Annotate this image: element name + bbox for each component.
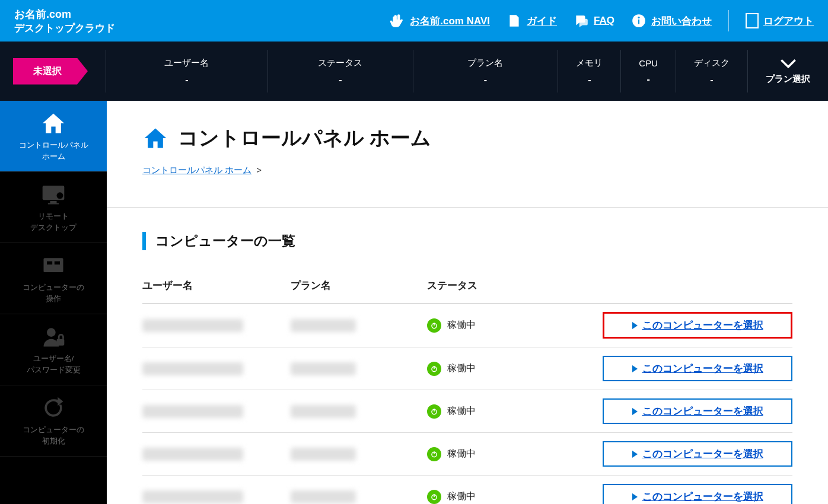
logo[interactable]: お名前.com デスクトップクラウド bbox=[14, 7, 115, 35]
logout-label: ログアウト bbox=[763, 14, 814, 28]
status-label: ユーザー名 bbox=[164, 58, 209, 69]
status-label: プラン名 bbox=[467, 58, 503, 69]
status-label: メモリ bbox=[576, 58, 603, 69]
svg-rect-7 bbox=[44, 258, 63, 272]
home-icon bbox=[142, 125, 168, 151]
sidebar-item-home[interactable]: コントロールパネル ホーム bbox=[0, 101, 107, 172]
info-icon bbox=[631, 13, 647, 28]
status-label: CPU bbox=[639, 58, 658, 68]
header-nav: お名前.com NAVI ガイド FAQ お問い合わせ ログアウト bbox=[390, 10, 814, 31]
cell-status: 稼働中 bbox=[427, 404, 575, 419]
header-bar: お名前.com デスクトップクラウド お名前.com NAVI ガイド FAQ … bbox=[0, 0, 828, 42]
triangle-right-icon bbox=[632, 322, 638, 329]
redacted-text bbox=[142, 319, 243, 332]
status-label: ディスク bbox=[694, 58, 730, 69]
table-row: 稼働中 このコンピューターを選択 bbox=[142, 347, 792, 390]
status-badge-wrap: 未選択 bbox=[0, 42, 106, 101]
redacted-text bbox=[142, 405, 243, 418]
status-cell-username: ユーザー名 - bbox=[106, 42, 267, 101]
selection-badge: 未選択 bbox=[13, 58, 88, 85]
user-lock-icon bbox=[40, 324, 66, 350]
computers-section: コンピューターの一覧 ユーザー名 プラン名 ステータス 稼働中 このコンピュータ… bbox=[107, 207, 828, 504]
col-header-action bbox=[575, 279, 792, 292]
power-on-icon bbox=[427, 490, 441, 504]
power-on-icon bbox=[427, 404, 441, 419]
nav-guide[interactable]: ガイド bbox=[507, 13, 557, 28]
status-cell-cpu: CPU - bbox=[621, 42, 676, 101]
table-header: ユーザー名 プラン名 ステータス bbox=[142, 272, 792, 304]
status-value: - bbox=[710, 75, 713, 85]
cell-action: このコンピューターを選択 bbox=[575, 356, 792, 381]
redacted-text bbox=[142, 448, 243, 461]
power-on-icon bbox=[427, 318, 441, 333]
svg-rect-8 bbox=[47, 261, 52, 265]
redacted-text bbox=[291, 490, 356, 503]
cell-user bbox=[142, 405, 291, 418]
redacted-text bbox=[291, 448, 356, 461]
plan-select-label: プラン選択 bbox=[766, 74, 810, 85]
status-text: 稼働中 bbox=[447, 448, 476, 460]
svg-rect-5 bbox=[48, 203, 59, 205]
status-cell-plan: プラン名 - bbox=[413, 42, 558, 101]
document-icon bbox=[507, 13, 522, 28]
sidebar-item-label: ユーザー名/ パスワード変更 bbox=[27, 353, 81, 375]
table-row: 稼働中 このコンピューターを選択 bbox=[142, 476, 792, 504]
hand-icon bbox=[390, 13, 405, 28]
redacted-text bbox=[291, 362, 356, 375]
cell-status: 稼働中 bbox=[427, 490, 575, 504]
nav-label: お名前.com NAVI bbox=[410, 14, 490, 28]
col-header-plan: プラン名 bbox=[291, 279, 427, 292]
breadcrumb-sep: > bbox=[256, 165, 262, 175]
select-computer-button[interactable]: このコンピューターを選択 bbox=[603, 356, 792, 381]
select-computer-button[interactable]: このコンピューターを選択 bbox=[603, 312, 792, 339]
status-cell-memory: メモリ - bbox=[558, 42, 620, 101]
sidebar-item-initialize[interactable]: コンピューターの 初期化 bbox=[0, 385, 107, 457]
triangle-right-icon bbox=[632, 451, 638, 458]
status-cell-status: ステータス - bbox=[268, 42, 413, 101]
cell-status: 稼働中 bbox=[427, 318, 575, 333]
section-title: コンピューターの一覧 bbox=[142, 232, 792, 250]
select-computer-button[interactable]: このコンピューターを選択 bbox=[603, 441, 792, 467]
sidebar-item-user-password[interactable]: ユーザー名/ パスワード変更 bbox=[0, 314, 107, 385]
svg-rect-4 bbox=[50, 201, 57, 203]
sidebar-item-remote-desktop[interactable]: リモート デスクトップ bbox=[0, 172, 107, 243]
svg-point-2 bbox=[638, 17, 639, 18]
nav-contact[interactable]: お問い合わせ bbox=[631, 13, 712, 28]
cell-action: このコンピューターを選択 bbox=[575, 441, 792, 467]
power-on-icon bbox=[427, 447, 441, 461]
col-header-status: ステータス bbox=[427, 279, 575, 292]
chat-icon bbox=[574, 13, 589, 28]
logo-line2: デスクトップクラウド bbox=[14, 21, 115, 35]
status-value: - bbox=[647, 74, 650, 85]
breadcrumb: コントロールパネル ホーム > bbox=[142, 165, 792, 176]
logo-line1: お名前.com bbox=[14, 7, 115, 21]
nav-onamae-navi[interactable]: お名前.com NAVI bbox=[390, 13, 490, 28]
status-text: 稼働中 bbox=[447, 405, 476, 417]
screen-icon bbox=[40, 253, 66, 279]
nav-label: お問い合わせ bbox=[651, 14, 712, 28]
cell-action: このコンピューターを選択 bbox=[575, 484, 792, 504]
select-button-label: このコンピューターを選択 bbox=[642, 490, 763, 503]
body: コントロールパネル ホーム リモート デスクトップ コンピューターの 操作 ユー… bbox=[0, 101, 828, 504]
plan-select-dropdown[interactable]: プラン選択 bbox=[748, 42, 828, 101]
select-button-label: このコンピューターを選択 bbox=[642, 362, 763, 375]
status-text: 稼働中 bbox=[447, 362, 476, 375]
select-computer-button[interactable]: このコンピューターを選択 bbox=[603, 398, 792, 424]
svg-point-6 bbox=[57, 193, 63, 199]
nav-label: ガイド bbox=[527, 14, 557, 28]
refresh-icon bbox=[40, 395, 66, 421]
nav-faq[interactable]: FAQ bbox=[574, 13, 614, 28]
redacted-text bbox=[291, 319, 356, 332]
logout-icon bbox=[746, 13, 759, 28]
status-value: - bbox=[484, 75, 487, 85]
select-computer-button[interactable]: このコンピューターを選択 bbox=[603, 484, 792, 504]
home-icon bbox=[40, 110, 66, 136]
table-row: 稼働中 このコンピューターを選択 bbox=[142, 433, 792, 476]
logout-link[interactable]: ログアウト bbox=[746, 13, 814, 28]
status-text: 稼働中 bbox=[447, 319, 476, 331]
select-button-label: このコンピューターを選択 bbox=[642, 404, 763, 418]
svg-point-10 bbox=[47, 328, 56, 337]
breadcrumb-link[interactable]: コントロールパネル ホーム bbox=[142, 165, 251, 175]
sidebar-item-computer-ops[interactable]: コンピューターの 操作 bbox=[0, 243, 107, 314]
cell-user bbox=[142, 448, 291, 461]
